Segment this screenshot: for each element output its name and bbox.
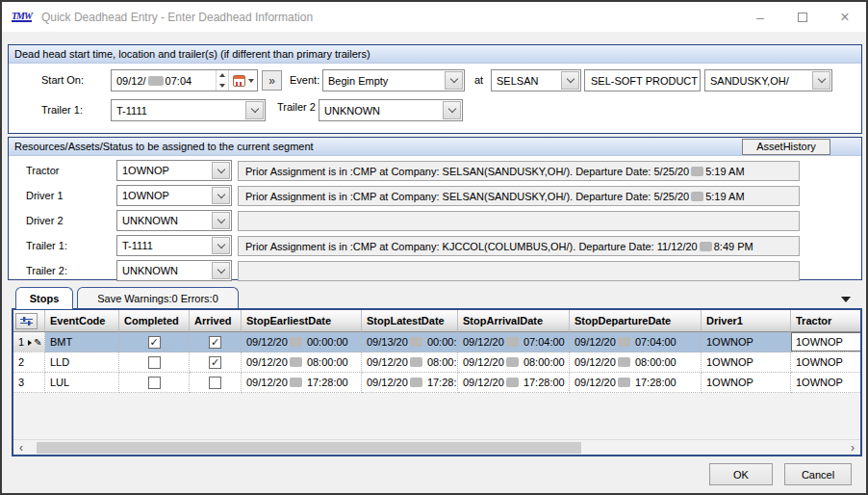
horizontal-scrollbar[interactable]: ‹ ›	[13, 439, 860, 455]
event-combobox[interactable]: Begin Empty	[322, 69, 465, 91]
chevron-down-icon	[217, 215, 224, 222]
grid-row: 1✎BMT✓✓09/12/20 00:00:0009/13/20 00:00:.…	[13, 332, 862, 352]
cell-driver1[interactable]: 1OWNOP	[702, 352, 791, 373]
scroll-right-icon[interactable]: ›	[845, 441, 860, 455]
resource-label-tractor: Tractor	[26, 160, 59, 182]
redacted-text	[618, 378, 630, 387]
maximize-button[interactable]	[781, 2, 824, 32]
cell-stopearliestdate[interactable]: 09/12/20 08:00:00	[242, 352, 362, 373]
combo-drop-button[interactable]	[561, 71, 579, 90]
resource-value: UNKNOWN	[117, 211, 211, 230]
cell-stopdeparturedate[interactable]: 09/12/20 17:28:00	[570, 373, 702, 393]
combo-drop-button[interactable]	[812, 71, 830, 90]
column-header-stopearliestdate[interactable]: StopEarliestDate	[242, 310, 362, 332]
cell-completed-checkbox[interactable]: ✓	[148, 336, 161, 349]
cell-stoplatestdate[interactable]: 09/12/20 08:00:...	[362, 352, 458, 373]
triangle-up-icon	[219, 73, 225, 77]
cell-stopdeparturedate[interactable]: 09/12/20 08:00:00	[570, 352, 702, 373]
scrollbar-thumb[interactable]	[37, 442, 581, 454]
cell-tractor[interactable]: 1OWNOP	[791, 373, 862, 393]
grid-options-button[interactable]	[15, 313, 38, 329]
cell-eventcode[interactable]: LUL	[45, 373, 119, 393]
cell-completed-checkbox[interactable]	[148, 356, 161, 369]
column-header-selector[interactable]	[13, 310, 45, 332]
tab-stops[interactable]: Stops	[15, 287, 73, 309]
resource-combobox[interactable]: 1OWNOP	[116, 185, 232, 206]
triangle-down-icon	[219, 84, 225, 88]
company-name-value: SEL-SOFT PRODUCT	[591, 75, 698, 87]
resource-value: 1OWNOP	[117, 161, 211, 180]
cell-eventcode[interactable]: BMT	[45, 332, 119, 352]
combo-drop-button[interactable]	[212, 262, 230, 279]
cell-stopearliestdate[interactable]: 09/12/20 00:00:00	[242, 332, 362, 352]
chevron-down-icon	[217, 190, 224, 197]
scroll-left-icon[interactable]: ‹	[13, 441, 29, 455]
combo-drop-button[interactable]	[445, 71, 463, 90]
close-button[interactable]: ×	[824, 2, 866, 32]
cell-arrived-checkbox[interactable]: ✓	[209, 336, 221, 349]
cell-stoparrivaldate[interactable]: 09/12/20 08:00:00	[458, 352, 570, 373]
tab-save-warnings[interactable]: Save Warnings:0 Errors:0	[77, 287, 239, 309]
row-selector[interactable]: 2	[13, 352, 45, 373]
cell-stoplatestdate[interactable]: 09/13/20 00:00:...	[362, 332, 458, 352]
start-on-datetime-field[interactable]: 09/12/ 07:04	[111, 69, 258, 91]
cell-driver1[interactable]: 1OWNOP	[702, 373, 791, 393]
column-header-stopdeparturedate[interactable]: StopDepartureDate	[570, 310, 702, 332]
resource-combobox[interactable]: 1OWNOP	[116, 160, 232, 181]
cell-arrived-checkbox[interactable]: ✓	[209, 356, 221, 369]
spin-up-button[interactable]	[217, 70, 228, 81]
trailer2-combobox[interactable]: UNKNOWN	[319, 99, 463, 121]
resource-combobox[interactable]: UNKNOWN	[116, 260, 232, 281]
cell-completed-checkbox[interactable]	[148, 377, 161, 389]
cell-stoplatestdate[interactable]: 09/12/20 17:28:...	[362, 373, 458, 393]
cell-driver1[interactable]: 1OWNOP	[702, 332, 791, 352]
start-on-value[interactable]: 09/12/ 07:04	[112, 70, 216, 91]
company-city-value: SANDUSKY,OH/	[705, 70, 811, 91]
ok-button[interactable]: OK	[709, 463, 773, 485]
cell-tractor[interactable]: 1OWNOP	[791, 332, 862, 352]
column-header-tractor[interactable]: Tractor	[791, 310, 862, 332]
combo-drop-button[interactable]	[212, 187, 230, 204]
minimize-button[interactable]: –	[739, 2, 781, 32]
company-id-combobox[interactable]: SELSAN	[491, 69, 581, 91]
column-header-completed[interactable]: Completed	[119, 310, 190, 332]
combo-drop-button[interactable]	[245, 101, 264, 119]
row-number: 2	[18, 356, 24, 368]
combo-drop-button[interactable]	[212, 237, 230, 254]
column-header-stoplatestdate[interactable]: StopLatestDate	[362, 310, 458, 332]
spin-down-button[interactable]	[217, 81, 228, 91]
cell-tractor[interactable]: 1OWNOP	[791, 352, 862, 373]
start-on-label: Start On:	[41, 69, 84, 91]
combo-drop-button[interactable]	[443, 101, 461, 119]
combo-drop-button[interactable]	[212, 162, 230, 179]
cell-eventcode[interactable]: LLD	[45, 352, 119, 373]
expand-datetime-button[interactable]: »	[262, 70, 282, 91]
cell-stopdeparturedate[interactable]: 09/12/20 07:04:00	[570, 332, 702, 352]
tab-list-dropdown-icon[interactable]	[841, 297, 851, 302]
column-header-driver1[interactable]: Driver1	[702, 310, 791, 332]
redacted-text	[290, 378, 302, 387]
column-header-stoparrivaldate[interactable]: StopArrivalDate	[458, 310, 570, 332]
current-row-arrow-icon	[28, 340, 32, 346]
company-city-combobox[interactable]: SANDUSKY,OH/	[704, 69, 832, 91]
company-name-field[interactable]: SEL-SOFT PRODUCT	[584, 69, 701, 91]
combo-drop-button[interactable]	[212, 212, 230, 229]
trailer1-combobox[interactable]: T-1111	[111, 99, 266, 121]
cell-stoparrivaldate[interactable]: 09/12/20 17:28:00	[458, 373, 570, 393]
asset-history-button[interactable]: AssetHistory	[742, 139, 830, 155]
row-selector[interactable]: 1✎	[13, 332, 45, 352]
calendar-dropdown-button[interactable]	[228, 70, 257, 91]
row-selector[interactable]: 3	[13, 373, 45, 393]
cell-arrived-checkbox[interactable]	[209, 377, 221, 389]
deadhead-start-group-title: Dead head start time, location and trail…	[14, 48, 370, 60]
cell-stoparrivaldate[interactable]: 09/12/20 07:04:00	[458, 332, 570, 352]
cell-completed: ✓	[119, 332, 190, 352]
column-header-arrived[interactable]: Arrived	[190, 310, 242, 332]
cell-stopearliestdate[interactable]: 09/12/20 17:28:00	[242, 373, 362, 393]
redacted-text	[410, 378, 422, 387]
cancel-button[interactable]: Cancel	[784, 463, 852, 485]
resource-combobox[interactable]: T-1111	[116, 235, 232, 256]
column-header-eventcode[interactable]: EventCode	[45, 310, 119, 332]
resource-combobox[interactable]: UNKNOWN	[116, 210, 232, 231]
cell-arrived	[190, 373, 242, 393]
